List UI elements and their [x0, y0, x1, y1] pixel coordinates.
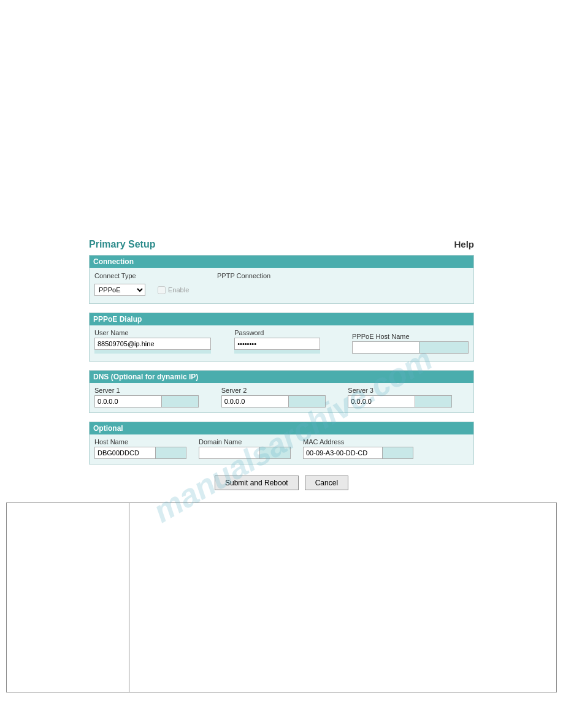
enable-checkbox[interactable] — [158, 286, 166, 294]
page-title: Primary Setup — [89, 239, 155, 250]
dns-server1-input[interactable] — [94, 395, 162, 408]
opt-domain-name-label: Domain Name — [199, 438, 291, 446]
opt-domain-name-input[interactable] — [199, 447, 260, 459]
dns-server2-label: Server 2 — [221, 387, 342, 394]
enable-label: Enable — [168, 286, 189, 294]
pppoe-host-name-label: PPPoE Host Name — [352, 333, 469, 340]
opt-mac-address-label: MAC Address — [303, 438, 413, 446]
button-row: Submit and Reboot Cancel — [89, 476, 474, 490]
dns-server3-group: Server 3 — [348, 387, 469, 408]
connection-section-header: Connection — [90, 256, 473, 268]
pppoe-host-name-input[interactable] — [352, 341, 419, 354]
pppoe-section-header: PPPoE Dialup — [90, 313, 473, 325]
bottom-split-area — [6, 502, 557, 692]
password-label: Password — [234, 329, 346, 336]
opt-domain-name-group: Domain Name — [199, 438, 291, 459]
help-link[interactable]: Help — [454, 239, 474, 249]
dns-server2-input[interactable] — [221, 395, 289, 408]
user-name-label: User Name — [94, 329, 228, 336]
opt-mac-address-group: MAC Address — [303, 438, 413, 459]
pppoe-section: PPPoE Dialup User Name Password PPPoE Ho… — [89, 313, 474, 362]
pptp-connection-label: PPTP Connection — [217, 272, 270, 279]
submit-reboot-button[interactable]: Submit and Reboot — [215, 476, 299, 490]
user-name-input[interactable] — [94, 338, 211, 350]
pppoe-host-name-group: PPPoE Host Name — [352, 333, 469, 354]
enable-checkbox-wrap: Enable — [158, 286, 189, 294]
bottom-right-panel — [129, 503, 556, 692]
connect-type-label: Connect Type — [94, 272, 136, 279]
opt-host-name-label: Host Name — [94, 438, 186, 446]
connection-section: Connection Connect Type PPTP Connection … — [89, 255, 474, 304]
dns-section: DNS (Optional for dynamic IP) Server 1 S… — [89, 370, 474, 413]
optional-section: Optional Host Name Domain Name — [89, 422, 474, 464]
dns-server3-input[interactable] — [348, 395, 415, 408]
opt-host-name-input[interactable] — [94, 447, 156, 459]
connect-type-row: PPPoE PPTP L2TP Dynamic IP Static IP Ena… — [94, 281, 469, 298]
dns-server2-group: Server 2 — [221, 387, 342, 408]
dns-section-header: DNS (Optional for dynamic IP) — [90, 371, 473, 383]
dns-server1-group: Server 1 — [94, 387, 215, 408]
cancel-button[interactable]: Cancel — [305, 476, 348, 490]
dns-server3-label: Server 3 — [348, 387, 469, 394]
password-input[interactable] — [234, 338, 320, 350]
dns-server1-label: Server 1 — [94, 387, 215, 394]
connect-type-select[interactable]: PPPoE PPTP L2TP Dynamic IP Static IP — [94, 284, 145, 296]
password-group: Password — [234, 329, 346, 354]
opt-mac-address-input[interactable] — [303, 447, 383, 459]
opt-host-name-group: Host Name — [94, 438, 186, 459]
page-header: Primary Setup Help — [89, 239, 474, 250]
optional-section-header: Optional — [90, 422, 473, 434]
bottom-left-panel — [7, 503, 129, 692]
user-name-group: User Name — [94, 329, 228, 354]
